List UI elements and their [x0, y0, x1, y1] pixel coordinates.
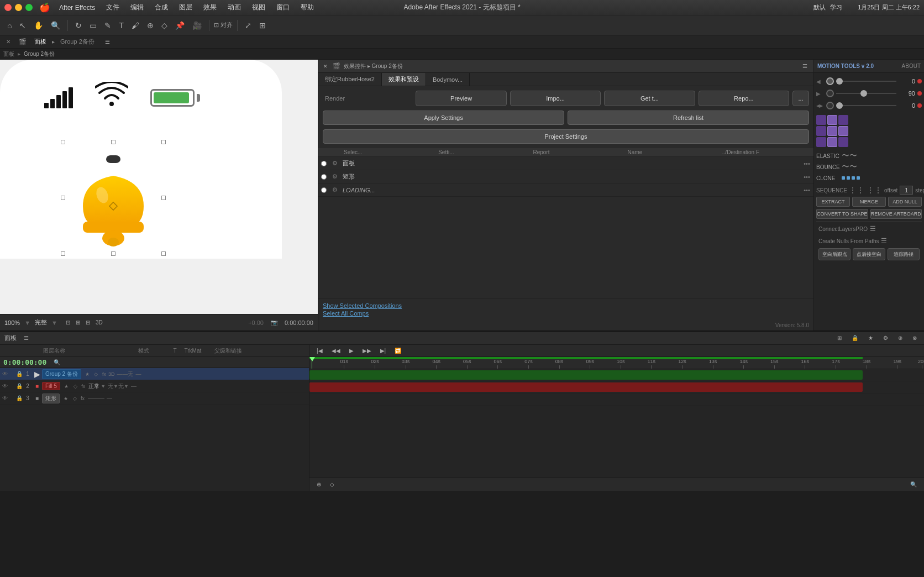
close-panel-btn[interactable]: ✕: [3, 37, 13, 46]
ctrl-star-1[interactable]: ★: [83, 371, 91, 377]
slider-thumb-2[interactable]: [860, 90, 867, 97]
canvas-area[interactable]: 100% ▼ 完整 ▼ ⊡ ⊞ ⊟ 3D +0.00 📷 0:00:00:00: [0, 60, 318, 331]
tl-zoom-out[interactable]: 🔍: [907, 480, 920, 489]
row-gear-3[interactable]: ⚙: [329, 186, 340, 193]
region-btn[interactable]: ⊡: [64, 319, 72, 326]
row-radio-1[interactable]: [318, 161, 329, 166]
eye-3[interactable]: 👁: [1, 395, 9, 401]
search-btn[interactable]: 🔍: [51, 358, 63, 367]
knob-3[interactable]: [826, 102, 834, 109]
row-dots-1[interactable]: •••: [800, 160, 813, 167]
comp-row-rect[interactable]: ⚙ 矩形 •••: [318, 170, 813, 183]
red-dot-3[interactable]: [917, 103, 922, 108]
timeline-ctrl-2[interactable]: 🔒: [849, 333, 861, 343]
slider-thumb-1[interactable]: [836, 78, 843, 85]
panel-menu-btn[interactable]: ☰: [102, 37, 113, 46]
slider-value-3[interactable]: 0: [899, 102, 915, 109]
select-all-comps-link[interactable]: Select All Comps: [323, 310, 809, 317]
row-radio-3[interactable]: [318, 187, 329, 193]
menu-help[interactable]: 帮助: [298, 2, 316, 13]
menu-comp[interactable]: 合成: [153, 2, 170, 13]
menu-layer[interactable]: 图层: [177, 2, 195, 13]
layer-row-1[interactable]: 👁 🔒 1 ▶ Group 2 备份 ★ ◇ fx 3D — — 无 —: [0, 368, 309, 380]
tl-loop[interactable]: 🔁: [392, 346, 404, 355]
pg-cell-8[interactable]: [838, 137, 848, 147]
menu-effects[interactable]: 效果: [201, 2, 219, 13]
tab-bodymovin[interactable]: Bodymov...: [426, 73, 470, 86]
eye-1[interactable]: 👁: [1, 371, 9, 377]
ctrl-star-2[interactable]: ★: [62, 384, 70, 389]
camera-snapshot-btn[interactable]: 📷: [268, 318, 280, 327]
lock-1[interactable]: 🔒: [15, 371, 23, 377]
menu-file[interactable]: 文件: [104, 2, 122, 13]
hand-tool[interactable]: ✋: [31, 19, 46, 32]
bounce-wave-icon[interactable]: 〜〜: [842, 162, 857, 172]
ctrl-key-3[interactable]: ◇: [71, 396, 78, 401]
ctrl-fx-1[interactable]: fx: [101, 371, 107, 377]
clone-dot-2[interactable]: [847, 176, 850, 180]
red-dot-2[interactable]: [917, 91, 922, 96]
arrow-left-1[interactable]: ◀: [816, 78, 824, 85]
close-effect-btn[interactable]: ✕: [322, 64, 329, 69]
extra-btn[interactable]: ...: [792, 91, 809, 106]
lock-3[interactable]: 🔒: [15, 395, 23, 401]
clone-dot-3[interactable]: [852, 176, 855, 180]
tl-ctrl-2[interactable]: ◀◀: [329, 346, 343, 355]
convert-to-shape-btn[interactable]: CONVERT TO SHAPE: [816, 209, 868, 219]
pg-cell-4[interactable]: [827, 126, 837, 136]
cn-btn-2[interactable]: 点后接空白: [853, 248, 885, 260]
pg-cell-1[interactable]: [827, 115, 837, 125]
pg-cell-5[interactable]: [838, 126, 848, 136]
slider-track-3[interactable]: [836, 105, 896, 106]
extract-btn[interactable]: EXTRACT: [816, 197, 850, 207]
tl-keyframe-nav[interactable]: ◇: [327, 480, 337, 489]
menubar-learn[interactable]: 学习: [830, 3, 842, 12]
slider-value-2[interactable]: 90: [899, 90, 915, 97]
comp-row-loading[interactable]: ⚙ LOADING... •••: [318, 183, 813, 197]
minimize-button[interactable]: [15, 4, 22, 11]
3d-btn[interactable]: 3D: [94, 319, 104, 326]
zoom-selector[interactable]: 100%: [4, 319, 20, 326]
pg-cell-6[interactable]: [816, 137, 826, 147]
cn-btn-1[interactable]: 空白后跟点: [818, 248, 851, 260]
layer-row-2[interactable]: 👁 🔒 2 ■ Fill 5 ★ ◇ fx 正常 ▼ 无 ▼ 无 ▼ —: [0, 380, 309, 392]
tl-ctrl-1[interactable]: |◀: [314, 346, 326, 355]
ctrl-key-1[interactable]: ◇: [92, 371, 100, 377]
impo-btn[interactable]: Impo...: [510, 91, 601, 106]
get-btn[interactable]: Get t...: [604, 91, 695, 106]
effect-panel-menu[interactable]: ☰: [800, 61, 810, 71]
repo-btn[interactable]: Repo...: [699, 91, 789, 106]
current-time-display[interactable]: 0:00:00:00: [3, 358, 46, 366]
grid-btn[interactable]: ⊞: [256, 19, 269, 32]
red-dot-1[interactable]: [917, 79, 922, 83]
layer-row-3[interactable]: 👁 🔒 3 ■ 矩形 ★ ◇ fx — — — —: [0, 392, 309, 405]
ctrl-3d-1[interactable]: 3D: [108, 371, 115, 377]
pg-cell-7[interactable]: [827, 137, 837, 147]
project-settings-btn[interactable]: Project Settings: [323, 129, 809, 144]
tab-rubberhose[interactable]: 绑定RubberHose2: [318, 73, 382, 86]
tl-ctrl-3[interactable]: ▶▶: [360, 346, 374, 355]
knob-2[interactable]: [826, 90, 834, 97]
arrow-right-2[interactable]: ▶: [816, 91, 824, 97]
ctrl-star-3[interactable]: ★: [62, 396, 70, 401]
eye-2[interactable]: 👁: [1, 383, 9, 389]
row-gear-2[interactable]: ⚙: [329, 173, 340, 180]
lock-2[interactable]: 🔒: [15, 383, 23, 389]
tab-effects-presets[interactable]: 效果和预设: [382, 73, 426, 86]
ctrl-fx-2[interactable]: fx: [80, 384, 86, 389]
expand-btn[interactable]: ⤢: [242, 19, 254, 32]
show-selected-comps-link[interactable]: Show Selected Compositions: [323, 302, 809, 309]
pg-cell-3[interactable]: [816, 126, 826, 136]
menu-anim[interactable]: 动画: [225, 2, 243, 13]
home-btn[interactable]: ⌂: [4, 19, 14, 32]
refresh-list-btn[interactable]: Refresh list: [568, 111, 809, 125]
comp-row-panel[interactable]: ⚙ 面板 •••: [318, 157, 813, 170]
camera-tool[interactable]: 🎥: [190, 19, 204, 32]
elastic-wave-icon[interactable]: 〜〜: [842, 151, 857, 161]
tl-ctrl-4[interactable]: ▶|: [377, 346, 389, 355]
menubar-default[interactable]: 默认: [813, 3, 826, 12]
shape-tool[interactable]: ◇: [159, 19, 170, 32]
timeline-ctrl-1[interactable]: ⊞: [834, 333, 844, 343]
clone-dot-1[interactable]: [842, 176, 845, 180]
row-gear-1[interactable]: ⚙: [329, 160, 340, 167]
